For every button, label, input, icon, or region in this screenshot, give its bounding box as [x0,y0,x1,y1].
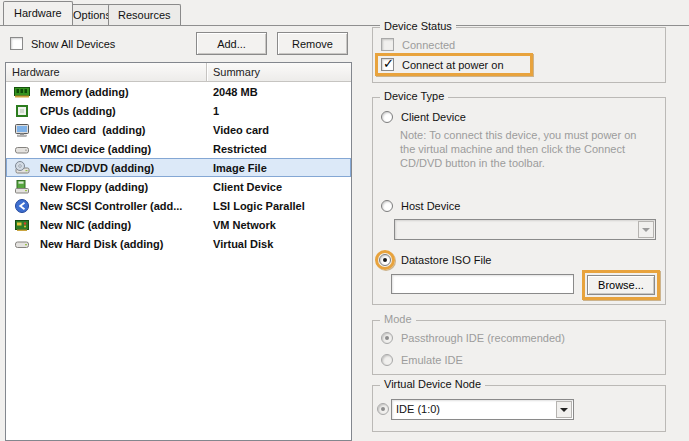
video-card-icon [14,122,31,138]
cd-dvd-icon [14,160,31,176]
vmci-device-icon [14,141,31,157]
hardware-list: Hardware Summary Memory (adding)2048 MBC… [5,62,352,441]
datastore-iso-highlight [375,250,395,270]
checkbox-box[interactable] [381,58,394,71]
passthrough-ide-radio: Passthrough IDE (recommended) [381,332,565,344]
device-type-group: Device Type Client Device Note: To conne… [372,97,666,305]
client-device-note: Note: To connect this device, you must p… [400,128,654,170]
host-device-radio[interactable]: Host Device [381,200,460,212]
show-all-devices-checkbox[interactable]: Show All Devices [10,37,115,50]
emulate-ide-label: Emulate IDE [401,354,463,366]
connect-at-power-on-checkbox[interactable]: Connect at power on [381,58,504,71]
radio-button[interactable] [381,200,393,212]
hardware-name: New Floppy (adding) [40,181,148,193]
cpu-icon [14,103,31,119]
hardware-row[interactable]: New NIC (adding)VM Network [6,215,351,234]
browse-button-highlight: Browse... [582,270,660,300]
client-device-radio[interactable]: Client Device [381,111,466,123]
hardware-name: Memory (adding) [40,86,129,98]
hardware-summary: 2048 MB [213,86,258,98]
radio-button [381,332,393,344]
hardware-row[interactable]: Video card (adding)Video card [6,120,351,139]
iso-file-input[interactable] [391,274,574,294]
datastore-iso-label: Datastore ISO File [401,254,491,266]
connected-checkbox: Connected [381,38,455,51]
connect-at-power-on-label: Connect at power on [402,59,504,71]
hardware-summary: Image File [213,162,267,174]
nic-icon [14,217,31,233]
hardware-row[interactable]: VMCI device (adding)Restricted [6,139,351,158]
virtual-device-node-group: Virtual Device Node IDE (1:0) [372,385,666,432]
scsi-controller-icon [14,198,31,214]
tab-bar: Hardware Options Resources [0,0,689,26]
column-header-summary[interactable]: Summary [207,63,351,81]
hard-disk-icon [14,236,31,252]
hardware-summary: Virtual Disk [213,238,273,250]
hardware-row[interactable]: New SCSI Controller (add...LSI Logic Par… [6,196,351,215]
host-device-label: Host Device [401,200,460,212]
mode-group: Mode Passthrough IDE (recommended) Emula… [372,320,666,375]
hardware-summary: Video card [213,124,269,136]
column-header-hardware[interactable]: Hardware [6,63,207,81]
hardware-summary: VM Network [213,219,276,231]
hardware-rows: Memory (adding)2048 MBCPUs (adding)1Vide… [6,82,351,253]
browse-button[interactable]: Browse... [587,275,655,295]
hardware-row[interactable]: New CD/DVD (adding)Image File [6,158,351,177]
emulate-ide-radio: Emulate IDE [381,354,463,366]
hardware-row[interactable]: New Hard Disk (adding)Virtual Disk [6,234,351,253]
tab-hardware[interactable]: Hardware [3,1,73,25]
hardware-summary: Restricted [213,143,267,155]
hardware-list-header: Hardware Summary [6,63,351,82]
virtual-device-node-value: IDE (1:0) [396,403,440,415]
device-type-title: Device Type [380,90,448,102]
hardware-summary: Client Device [213,181,282,193]
hardware-name: CPUs (adding) [40,105,116,117]
radio-button[interactable] [381,111,393,123]
chevron-down-icon[interactable] [556,401,572,418]
virtual-device-node-radio [377,403,389,415]
checkbox-box[interactable] [10,37,23,50]
hardware-row[interactable]: CPUs (adding)1 [6,101,351,120]
virtual-device-node-title: Virtual Device Node [380,378,485,390]
connect-at-power-on-highlight: Connect at power on [375,53,533,76]
hardware-name: New Hard Disk (adding) [40,238,163,250]
tab-resources[interactable]: Resources [108,4,181,25]
client-device-label: Client Device [401,111,466,123]
hardware-name: New CD/DVD (adding) [40,162,154,174]
radio-button[interactable] [379,254,391,266]
hardware-summary: 1 [213,105,219,117]
virtual-device-node-select[interactable]: IDE (1:0) [391,399,574,420]
hardware-row[interactable]: Memory (adding)2048 MB [6,82,351,101]
show-all-devices-label: Show All Devices [31,38,115,50]
host-device-select [394,219,656,240]
checkbox-box [381,38,394,51]
radio-button [381,354,393,366]
hardware-summary: LSI Logic Parallel [213,200,305,212]
memory-icon [14,84,31,100]
floppy-icon [14,179,31,195]
remove-button[interactable]: Remove [277,32,348,55]
hardware-name: VMCI device (adding) [40,143,151,155]
datastore-iso-radio[interactable]: Datastore ISO File [375,250,491,270]
passthrough-ide-label: Passthrough IDE (recommended) [401,332,565,344]
hardware-row[interactable]: New Floppy (adding)Client Device [6,177,351,196]
chevron-down-icon [638,221,654,238]
device-status-title: Device Status [380,20,456,32]
connected-label: Connected [402,39,455,51]
hardware-name: New NIC (adding) [40,219,131,231]
mode-title: Mode [380,313,416,325]
hardware-name: Video card (adding) [40,124,146,136]
device-status-group: Device Status Connected Connect at power… [372,27,666,83]
hardware-name: New SCSI Controller (add... [40,200,182,212]
add-button[interactable]: Add... [196,32,267,55]
vm-properties-dialog: Hardware Options Resources Show All Devi… [0,0,689,441]
